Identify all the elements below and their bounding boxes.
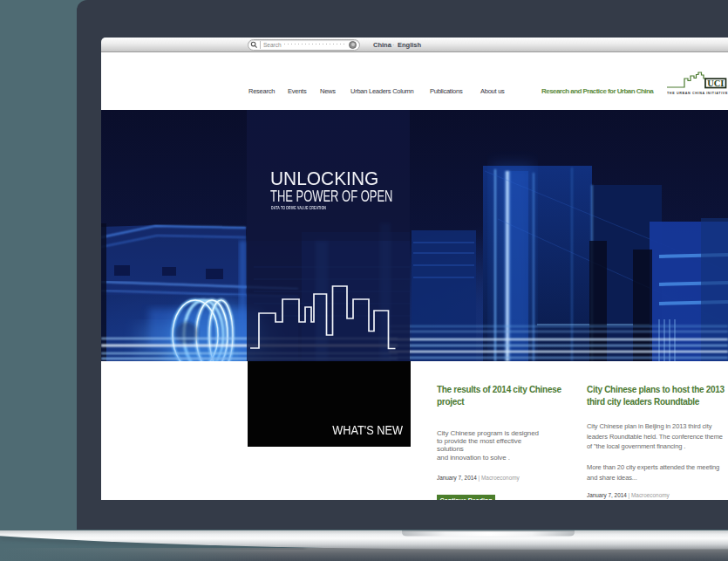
svg-text:THE URBAN CHINA INITIATIVE: THE URBAN CHINA INITIATIVE [667,92,728,95]
svg-text:UCI: UCI [707,79,724,88]
